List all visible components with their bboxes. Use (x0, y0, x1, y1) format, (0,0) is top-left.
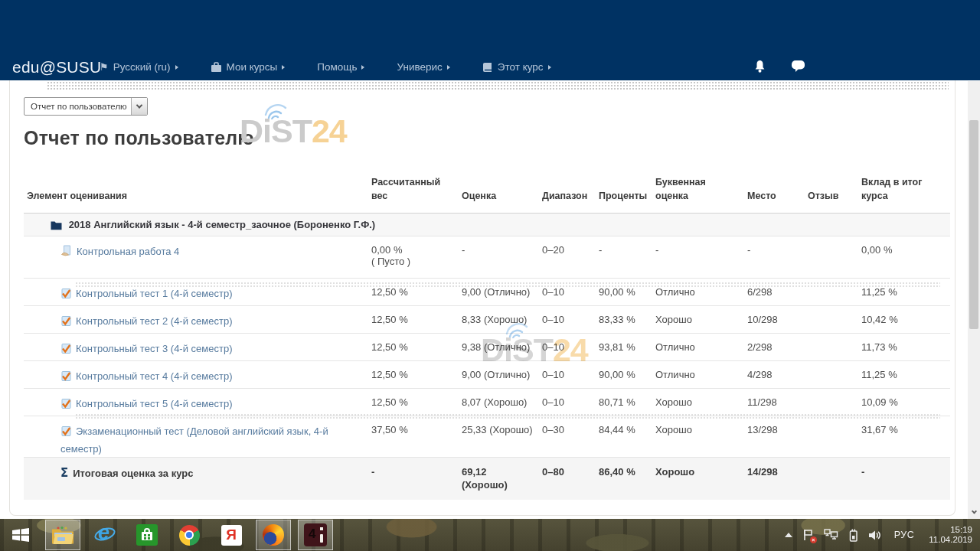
taskbar-yandex-browser[interactable]: Я (214, 520, 249, 550)
messages-icon[interactable] (791, 60, 805, 73)
start-button[interactable] (3, 520, 38, 550)
col-range: Диапазон (539, 174, 596, 213)
scrollbar-down-arrow[interactable] (968, 507, 980, 517)
grade-item-link[interactable]: Контрольный тест 2 (4-й семестр) (76, 315, 232, 327)
flag-icon: ⚑ (100, 61, 109, 73)
firefox-icon (263, 524, 284, 546)
screen: edu@SUSU ⚑ Русский (ru) Мои курсы Помощь… (0, 0, 980, 551)
table-row: Контрольная работа 4 0,00 %( Пусто ) - 0… (24, 236, 950, 278)
report-type-select[interactable]: Отчет по пользователю (24, 97, 148, 116)
taskbar-firefox[interactable] (256, 520, 291, 550)
site-logo[interactable]: edu@SUSU (12, 58, 101, 77)
clock[interactable]: 15:19 11.04.2019 (929, 525, 972, 546)
network-icon[interactable] (824, 529, 838, 541)
site-header: edu@SUSU ⚑ Русский (ru) Мои курсы Помощь… (0, 0, 980, 80)
category-row: 2018 Английский язык - 4-й семестр_заочн… (24, 213, 950, 236)
nav-item-univeris[interactable]: Универис (397, 61, 449, 73)
windows-logo-icon (10, 524, 31, 546)
quiz-icon (60, 315, 72, 331)
nav-item-this-course[interactable]: Этот курс (482, 61, 551, 73)
quiz-icon (60, 425, 72, 442)
language-indicator[interactable]: РУС (894, 530, 915, 540)
course-total-row: ΣИтоговая оценка за курс - 69,12(Хорошо)… (24, 457, 950, 500)
table-row: Контрольный тест 3 (4-й семестр) 12,50 %… (24, 333, 950, 360)
table-row: Контрольный тест 1 (4-й семестр) 12,50 %… (24, 278, 950, 305)
col-item: Элемент оценивания (24, 174, 368, 213)
notifications-bell-icon[interactable] (753, 60, 766, 73)
windows-taskbar: e Я (0, 519, 980, 551)
header-actions (753, 60, 805, 73)
page-title: Отчет по пользователю (24, 127, 254, 149)
taskbar-internet-explorer[interactable]: e (87, 520, 122, 550)
taskbar-windows-store[interactable] (129, 520, 165, 550)
col-weight: Рассчитанный вес (368, 174, 459, 213)
taskbar-chrome[interactable] (172, 520, 207, 550)
chevron-right-icon (548, 65, 551, 70)
nav-item-my-courses[interactable]: Мои курсы (211, 61, 286, 73)
book-icon (482, 62, 493, 73)
internet-explorer-icon: e (94, 524, 116, 546)
system-tray: × РУС 15:19 11.04.2019 (785, 525, 980, 546)
chevron-right-icon (175, 65, 178, 70)
volume-icon[interactable] (868, 530, 881, 541)
tray-expand-icon[interactable] (785, 533, 792, 537)
texture-band (47, 81, 949, 90)
yandex-browser-icon: Я (221, 525, 242, 546)
sigma-icon: Σ (60, 466, 68, 480)
taskbar-file-explorer[interactable] (45, 520, 80, 550)
table-row: Экзаменационный тест (Деловой английский… (24, 416, 950, 457)
col-rank: Место (744, 174, 805, 213)
quiz-icon (60, 288, 72, 304)
scrollbar-thumb[interactable] (969, 120, 978, 329)
scrollbar[interactable] (968, 81, 980, 519)
quiz-icon (60, 370, 72, 386)
col-feedback: Отзыв (805, 174, 858, 213)
dist24-watermark: DiST24 (240, 112, 347, 150)
grade-item-link[interactable]: Контрольный тест 1 (4-й семестр) (76, 288, 232, 299)
page-content: Отчет по пользователю Отчет по пользоват… (9, 80, 956, 516)
grade-item-link[interactable]: Контрольный тест 4 (4-й семестр) (76, 370, 232, 382)
game-client-icon: 4 (304, 523, 327, 546)
nav-item-language[interactable]: ⚑ Русский (ru) (100, 61, 178, 73)
col-letter: Буквенная оценка (652, 174, 744, 213)
col-percent: Проценты (596, 174, 652, 213)
grade-item-link[interactable]: Экзаменационный тест (Деловой английский… (60, 425, 328, 455)
battery-icon[interactable] (848, 529, 858, 542)
action-center-flag-icon[interactable]: × (802, 529, 814, 541)
select-arrow-icon (131, 98, 147, 115)
wifi-arcs-icon (263, 101, 290, 119)
error-badge-icon: × (810, 536, 817, 543)
chrome-icon (179, 525, 200, 546)
col-contribution: Вклад в итог курса (858, 174, 950, 213)
grade-item-link[interactable]: Контрольный тест 3 (4-й семестр) (76, 343, 232, 354)
quiz-icon (60, 398, 72, 414)
tray-date: 11.04.2019 (929, 535, 972, 546)
folder-icon (51, 220, 62, 233)
chevron-right-icon (447, 65, 450, 70)
table-row: Контрольный тест 5 (4-й семестр) 12,50 %… (24, 388, 950, 416)
quiz-icon (60, 343, 72, 359)
grade-item-link[interactable]: Контрольный тест 5 (4-й семестр) (76, 398, 232, 409)
table-row: Контрольный тест 4 (4-й семестр) 12,50 %… (24, 360, 950, 388)
taskbar-game-client[interactable]: 4 (298, 520, 333, 550)
folder-explorer-icon (51, 526, 74, 545)
assignment-icon (60, 245, 73, 262)
briefcase-icon (211, 62, 222, 73)
grade-item-link[interactable]: Контрольная работа 4 (77, 246, 179, 257)
tray-time: 15:19 (929, 525, 972, 536)
table-row: Контрольный тест 2 (4-й семестр) 12,50 %… (24, 305, 950, 333)
chevron-right-icon (282, 65, 285, 70)
main-nav: ⚑ Русский (ru) Мои курсы Помощь Универис (100, 61, 583, 73)
col-grade: Оценка (459, 174, 539, 213)
taskbar-apps: e Я (0, 520, 333, 550)
nav-item-help[interactable]: Помощь (317, 61, 364, 73)
chevron-right-icon (361, 65, 364, 70)
grade-report-table: Элемент оценивания Рассчитанный вес Оцен… (24, 174, 950, 500)
windows-store-icon (136, 524, 158, 546)
table-header-row: Элемент оценивания Рассчитанный вес Оцен… (24, 174, 950, 213)
